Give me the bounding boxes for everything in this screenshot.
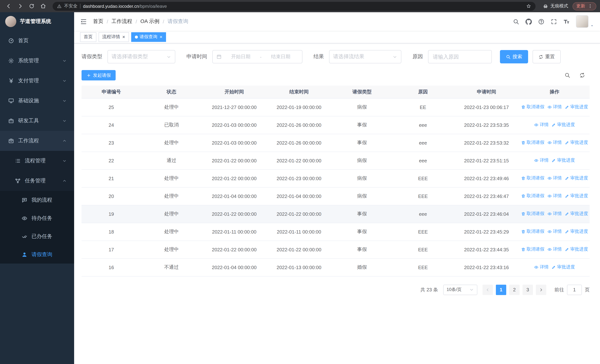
cell-start-time: 2022-01-04 00:00:00	[202, 187, 266, 205]
detail-link[interactable]: 详情	[547, 211, 562, 217]
detail-link[interactable]: 详情	[547, 229, 562, 235]
goto-page-input[interactable]	[567, 284, 582, 295]
edit-icon	[565, 212, 569, 216]
cell-apply-time: 2022-01-22 23:53:32	[453, 134, 519, 152]
sidebar-item-dev-tools[interactable]: 研发工具	[0, 111, 74, 131]
cancel-leave-link[interactable]: 取消请假	[521, 211, 544, 217]
sidebar-item-workflow[interactable]: 工作流程	[0, 131, 74, 151]
cancel-leave-link[interactable]: 取消请假	[521, 193, 544, 199]
tab-process-detail[interactable]: 流程详情×	[99, 32, 129, 42]
sidebar-item-label: 工作流程	[18, 138, 39, 144]
detail-link[interactable]: 详情	[534, 264, 549, 271]
cancel-leave-link[interactable]: 取消请假	[521, 246, 544, 253]
edit-icon	[565, 247, 569, 252]
close-tab-icon[interactable]: ×	[122, 35, 125, 39]
toggle-search-icon[interactable]	[564, 72, 570, 78]
sidebar-item-payment-management[interactable]: 支付管理	[0, 71, 74, 91]
sidebar-toggle-icon[interactable]	[80, 18, 87, 25]
progress-link[interactable]: 审批进度	[565, 246, 588, 253]
close-tab-icon[interactable]: ×	[159, 35, 162, 39]
browser-home-icon[interactable]	[38, 3, 48, 9]
cancel-icon	[521, 229, 525, 234]
bookmark-star-icon[interactable]	[526, 4, 531, 9]
browser-menu-icon[interactable]	[588, 4, 593, 9]
detail-link[interactable]: 详情	[547, 140, 562, 146]
sidebar-item-leave-query[interactable]: 请假查询	[0, 245, 74, 263]
detail-link[interactable]: 详情	[534, 122, 549, 128]
progress-link[interactable]: 审批进度	[565, 104, 588, 110]
eye-icon	[534, 158, 539, 163]
reason-label: 原因	[412, 53, 423, 60]
sidebar-item-task-management[interactable]: 任务管理	[0, 171, 74, 191]
header-search-icon[interactable]	[513, 18, 519, 25]
cancel-icon	[521, 247, 525, 252]
end-date-placeholder: 结束日期	[263, 53, 298, 60]
sidebar-item-process-management[interactable]: 流程管理	[0, 151, 74, 171]
sidebar-item-system-management[interactable]: 系统管理	[0, 51, 74, 71]
plus-icon	[86, 73, 91, 78]
search-button[interactable]: 搜索	[500, 50, 528, 63]
address-bar[interactable]: 不安全 dashboard.yudao.iocoder.cn/bpm/oa/le…	[53, 2, 535, 10]
sidebar-item-infrastructure[interactable]: 基础设施	[0, 91, 74, 111]
reset-button[interactable]: 重置	[533, 50, 561, 63]
cancel-leave-link[interactable]: 取消请假	[521, 229, 544, 235]
fullscreen-icon[interactable]	[551, 18, 557, 25]
progress-link[interactable]: 审批进度	[565, 229, 588, 235]
progress-link[interactable]: 审批进度	[552, 264, 575, 271]
browser-reload-icon[interactable]	[27, 3, 37, 9]
detail-link[interactable]: 详情	[547, 193, 562, 199]
sidebar-item-label: 我的流程	[31, 197, 52, 203]
prev-page-button[interactable]	[483, 284, 493, 295]
next-page-button[interactable]	[536, 284, 546, 295]
progress-link[interactable]: 审批进度	[565, 211, 588, 217]
create-leave-button[interactable]: 发起请假	[82, 70, 116, 80]
progress-link[interactable]: 审批进度	[565, 175, 588, 181]
progress-link[interactable]: 审批进度	[552, 122, 575, 128]
breadcrumb-item[interactable]: 工作流程	[112, 18, 132, 25]
progress-link[interactable]: 审批进度	[565, 140, 588, 146]
page-size-select[interactable]: 10条/页	[443, 284, 477, 295]
browser-back-icon[interactable]	[4, 3, 14, 9]
refresh-table-icon[interactable]	[579, 72, 585, 78]
page-button-1[interactable]: 1	[496, 284, 506, 295]
progress-link[interactable]: 审批进度	[565, 193, 588, 199]
cell-reason: EE	[393, 98, 453, 116]
action-label: 详情	[553, 229, 562, 235]
apply-time-range-picker[interactable]: 开始日期 - 结束日期	[212, 50, 302, 63]
table-row: 25处理中2021-12-27 00:00:002022-01-19 00:00…	[82, 98, 590, 116]
progress-link[interactable]: 审批进度	[552, 157, 575, 164]
reason-input[interactable]	[428, 50, 492, 63]
action-label: 审批进度	[557, 122, 575, 128]
leave-type-select[interactable]: 请选择请假类型	[107, 50, 175, 63]
sidebar-item-done-tasks[interactable]: 已办任务	[0, 227, 74, 245]
github-icon[interactable]	[525, 18, 532, 25]
sidebar-item-todo-tasks[interactable]: 待办任务	[0, 209, 74, 227]
tab-home[interactable]: 首页	[80, 32, 96, 42]
security-warning-icon[interactable]	[57, 4, 62, 8]
cell-status: 处理中	[141, 223, 202, 241]
user-avatar-menu[interactable]	[576, 15, 594, 28]
cancel-leave-link[interactable]: 取消请假	[521, 140, 544, 146]
page-button-2[interactable]: 2	[509, 284, 520, 295]
table-toolbar: 发起请假	[82, 70, 590, 80]
detail-link[interactable]: 详情	[547, 246, 562, 253]
help-icon[interactable]	[538, 18, 544, 25]
tab-leave-query[interactable]: 请假查询×	[131, 32, 166, 42]
active-tab-dot	[135, 35, 138, 38]
app-logo[interactable]: 芋道管理系统	[0, 12, 74, 31]
detail-link[interactable]: 详情	[547, 104, 562, 110]
browser-update-button[interactable]: 更新	[572, 2, 596, 10]
breadcrumb-item[interactable]: OA 示例	[141, 18, 159, 25]
cancel-leave-link[interactable]: 取消请假	[521, 175, 544, 181]
browser-forward-icon[interactable]	[15, 3, 25, 9]
detail-link[interactable]: 详情	[547, 175, 562, 181]
sidebar-item-home[interactable]: 首页	[0, 31, 74, 51]
page-button-3[interactable]: 3	[523, 284, 533, 295]
result-select[interactable]: 请选择流结果	[329, 50, 401, 63]
cancel-leave-link[interactable]: 取消请假	[521, 104, 544, 110]
sidebar-item-my-process[interactable]: 我的流程	[0, 191, 74, 209]
breadcrumb-item[interactable]: 首页	[93, 18, 103, 25]
font-size-icon[interactable]	[563, 18, 570, 25]
caret-down-icon	[590, 24, 594, 28]
detail-link[interactable]: 详情	[534, 157, 549, 164]
